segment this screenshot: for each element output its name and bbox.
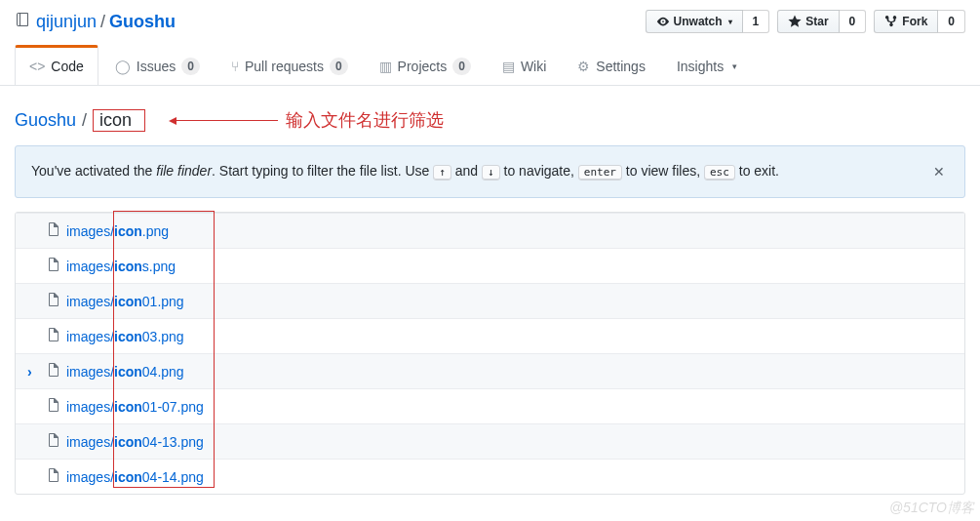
- star-icon: [788, 15, 802, 28]
- close-icon[interactable]: ✕: [929, 160, 949, 183]
- file-icon: [47, 327, 60, 345]
- tab-pull-requests[interactable]: ⑂ Pull requests 0: [216, 45, 363, 85]
- projects-icon: ▥: [379, 59, 392, 74]
- star-count[interactable]: 0: [840, 10, 867, 33]
- file-path: images/icon03.png: [66, 329, 184, 344]
- chevron-right-icon: ›: [27, 364, 43, 380]
- file-result-row[interactable]: images/icons.png: [16, 248, 964, 283]
- file-result-row[interactable]: images/icon01.png: [16, 283, 964, 318]
- fork-button[interactable]: Fork: [874, 10, 938, 33]
- file-icon: [47, 257, 60, 275]
- file-finder-results: images/icon.pngimages/icons.pngimages/ic…: [15, 212, 965, 495]
- file-result-row[interactable]: ›images/icon04.png: [16, 353, 964, 388]
- file-path: images/icon.png: [66, 223, 169, 239]
- file-result-row[interactable]: images/icon04-13.png: [16, 423, 964, 459]
- repo-tabs: <> Code ◯ Issues 0 ⑂ Pull requests 0 ▥ P…: [15, 45, 965, 85]
- file-finder-breadcrumb: Guoshu / icon 输入文件名进行筛选: [15, 108, 965, 132]
- annotation-text: 输入文件名进行筛选: [286, 108, 444, 132]
- wiki-icon: ▤: [502, 59, 515, 74]
- annotation-arrow: [171, 120, 278, 121]
- watch-count[interactable]: 1: [743, 10, 770, 33]
- file-result-row[interactable]: images/icon04-14.png: [16, 459, 964, 494]
- fork-icon: [884, 15, 898, 28]
- file-path: images/icons.png: [66, 259, 176, 274]
- file-icon: [47, 292, 60, 310]
- file-icon: [47, 432, 60, 451]
- repo-title: qijunjun / Guoshu: [15, 12, 176, 32]
- eye-icon: [656, 15, 670, 28]
- pr-icon: ⑂: [231, 59, 239, 74]
- tab-issues[interactable]: ◯ Issues 0: [100, 45, 215, 85]
- unwatch-button[interactable]: Unwatch▾: [646, 10, 743, 33]
- file-path: images/icon04-14.png: [66, 469, 204, 485]
- code-icon: <>: [29, 59, 45, 74]
- file-path: images/icon01-07.png: [66, 399, 204, 415]
- star-button[interactable]: Star: [777, 10, 839, 33]
- file-path: images/icon04.png: [66, 364, 184, 380]
- tab-code[interactable]: <> Code: [15, 45, 98, 85]
- file-icon: [47, 362, 60, 381]
- file-icon: [47, 397, 60, 416]
- repo-icon: [15, 12, 30, 32]
- tab-insights[interactable]: Insights▾: [662, 45, 752, 85]
- file-path: images/icon01.png: [66, 294, 184, 309]
- repo-owner-link[interactable]: qijunjun: [36, 12, 97, 32]
- file-icon: [47, 221, 60, 240]
- watermark: @51CTO博客: [889, 500, 974, 509]
- gear-icon: ⚙: [577, 59, 590, 74]
- repo-actions: Unwatch▾ 1 Star 0 Fork 0: [646, 10, 965, 33]
- file-result-row[interactable]: images/icon03.png: [16, 318, 964, 353]
- tab-wiki[interactable]: ▤ Wiki: [488, 45, 561, 85]
- tab-settings[interactable]: ⚙ Settings: [563, 45, 660, 85]
- file-icon: [47, 467, 60, 486]
- fork-count[interactable]: 0: [938, 10, 965, 33]
- file-finder-notice: You've activated the file finder. Start …: [15, 145, 965, 198]
- file-path: images/icon04-13.png: [66, 434, 204, 450]
- file-finder-input[interactable]: icon: [93, 109, 145, 132]
- notice-text: You've activated the file finder. Start …: [31, 163, 779, 180]
- tab-projects[interactable]: ▥ Projects 0: [365, 45, 486, 85]
- file-result-row[interactable]: images/icon.png: [16, 213, 964, 248]
- file-result-row[interactable]: images/icon01-07.png: [16, 388, 964, 423]
- issues-icon: ◯: [115, 59, 131, 74]
- breadcrumb-root[interactable]: Guoshu: [15, 110, 76, 131]
- repo-name-link[interactable]: Guoshu: [109, 12, 176, 32]
